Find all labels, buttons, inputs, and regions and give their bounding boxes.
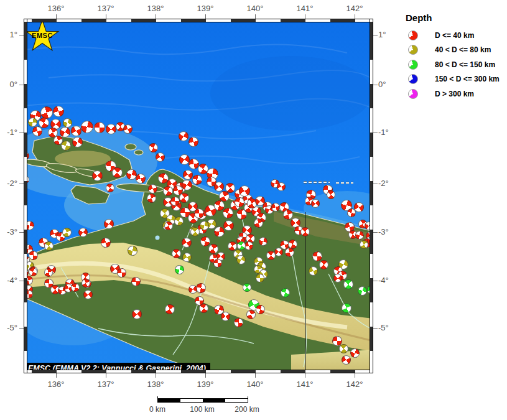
focal-mechanism-beachball	[207, 177, 216, 187]
axis-tick-label: 140°	[247, 380, 264, 389]
focal-mechanism-beachball	[104, 219, 114, 229]
focal-mechanism-beachball	[281, 288, 290, 297]
axis-tick	[373, 328, 378, 329]
focal-mechanism-beachball	[81, 121, 93, 133]
axis-tick-label: 142°	[347, 4, 363, 13]
focal-mechanism-beachball	[246, 310, 256, 319]
focal-mechanism-beachball	[200, 236, 210, 246]
axis-tick	[56, 14, 57, 19]
scale-bar-segments	[157, 398, 248, 403]
focal-mechanism-beachball	[29, 268, 37, 276]
focal-mechanism-beachball	[32, 126, 42, 136]
axis-tick-label: 140°	[247, 4, 264, 13]
axis-tick	[373, 281, 378, 281]
focal-mechanism-beachball	[132, 309, 142, 319]
axis-tick-label: -1°	[7, 128, 17, 137]
focal-mechanism-beachball	[256, 305, 265, 314]
legend-item-label: 40 < D <= 80 km	[435, 45, 491, 54]
focal-mechanism-beachball	[259, 237, 267, 246]
focal-mechanism-beachball	[78, 228, 88, 237]
focal-mechanism-beachball	[81, 279, 90, 287]
focal-mechanism-beachball	[225, 183, 235, 193]
focal-mechanism-beachball	[342, 303, 351, 313]
axis-tick-label: 136°	[48, 380, 65, 389]
axis-tick	[19, 232, 24, 233]
axis-tick-label: 0°	[10, 80, 17, 89]
legend-item: D > 300 km	[404, 86, 504, 101]
focal-mechanism-beachball	[126, 169, 137, 180]
map-canvas: EMSC EMSC (EMMA V2.2; Vannucci & Gasperi…	[24, 19, 373, 373]
focal-mechanism-beachball	[256, 274, 264, 282]
legend-item: 40 < D <= 80 km	[404, 43, 504, 58]
focal-mechanism-beachball	[285, 248, 294, 257]
axis-tick-label: -3°	[378, 227, 389, 236]
axis-tick-label: -1°	[378, 128, 389, 137]
focal-mechanism-beachball	[174, 217, 184, 226]
focal-mechanism-beachball	[94, 122, 105, 133]
scale-bar-label: 0 km	[149, 405, 165, 414]
axis-tick	[19, 328, 24, 329]
emsc-star-marker: EMSC	[24, 19, 61, 54]
axis-tick	[205, 14, 206, 19]
axis-tick	[205, 373, 206, 378]
focal-mechanism-beachball	[165, 304, 175, 314]
scale-bar: 0 km100 km200 km	[157, 398, 247, 403]
focal-mechanism-beachball	[182, 253, 192, 262]
axis-tick	[106, 14, 106, 19]
legend-item-label: D <= 40 km	[435, 31, 474, 40]
legend-item-label: 80 < D <= 150 km	[435, 60, 495, 69]
seismicity-map-figure: EMSC EMSC (EMMA V2.2; Vannucci & Gasperi…	[0, 0, 507, 420]
legend-title: Depth	[406, 12, 504, 23]
focal-mechanism-beachball	[183, 170, 193, 180]
axis-tick-label: 1°	[10, 30, 17, 39]
focal-mechanism-beachball	[333, 274, 342, 282]
focal-mechanism-beachball	[40, 106, 53, 119]
focal-mechanism-beachball	[163, 186, 173, 196]
axis-tick	[305, 373, 305, 378]
focal-mechanism-beachball	[149, 143, 158, 152]
focal-mechanism-beachball	[228, 241, 237, 251]
focal-mechanism-beachball	[106, 184, 114, 192]
axis-tick	[19, 281, 24, 281]
focal-mechanism-beachball	[179, 193, 189, 203]
focal-mechanism-beachball	[83, 290, 93, 299]
axis-tick	[373, 133, 378, 133]
axis-tick-label: 141°	[297, 4, 314, 13]
legend-beachball-icon	[408, 89, 418, 99]
legend-beachball-icon	[408, 60, 418, 70]
axis-tick-label: -3°	[7, 227, 17, 236]
map-frame-bottom	[24, 370, 373, 373]
focal-mechanism-beachball	[44, 268, 53, 277]
scale-bar-label: 200 km	[235, 405, 259, 414]
axis-tick-label: 142°	[347, 380, 363, 389]
focal-mechanism-beachball	[221, 312, 230, 321]
axis-tick	[56, 373, 57, 378]
axis-tick-label: 0°	[378, 80, 386, 89]
focal-mechanism-beachball	[214, 200, 225, 211]
focal-mechanism-beachball	[128, 246, 137, 256]
axis-tick-label: 138°	[147, 380, 164, 389]
focal-mechanism-beachball	[283, 210, 293, 220]
focal-mechanism-beachball	[188, 285, 197, 294]
depth-legend: Depth D <= 40 km40 < D <= 80 km80 < D <=…	[404, 12, 504, 101]
focal-mechanism-beachball	[117, 268, 126, 278]
axis-tick	[156, 14, 156, 19]
focal-mechanism-beachball	[136, 174, 146, 184]
focal-mechanism-beachball	[355, 231, 364, 240]
focal-mechanism-beachball	[39, 118, 49, 128]
map-frame-top	[24, 19, 373, 22]
axis-tick-label: -5°	[378, 323, 389, 332]
axis-tick	[106, 373, 106, 378]
focal-mechanism-beachball	[175, 265, 184, 274]
focal-mechanism-beachball	[235, 197, 244, 207]
axis-tick-label: -4°	[378, 276, 389, 285]
focal-mechanism-beachball	[194, 208, 204, 218]
focal-mechanism-beachball	[164, 222, 173, 230]
focal-mechanism-beachball	[300, 227, 310, 236]
focal-mechanism-beachball	[254, 218, 263, 228]
focal-mechanism-beachball	[327, 190, 335, 199]
focal-mechanism-beachball	[192, 175, 202, 185]
focal-mechanism-beachball	[347, 208, 356, 217]
focal-mechanism-beachball	[147, 194, 156, 203]
focal-mechanism-beachball	[182, 238, 192, 248]
